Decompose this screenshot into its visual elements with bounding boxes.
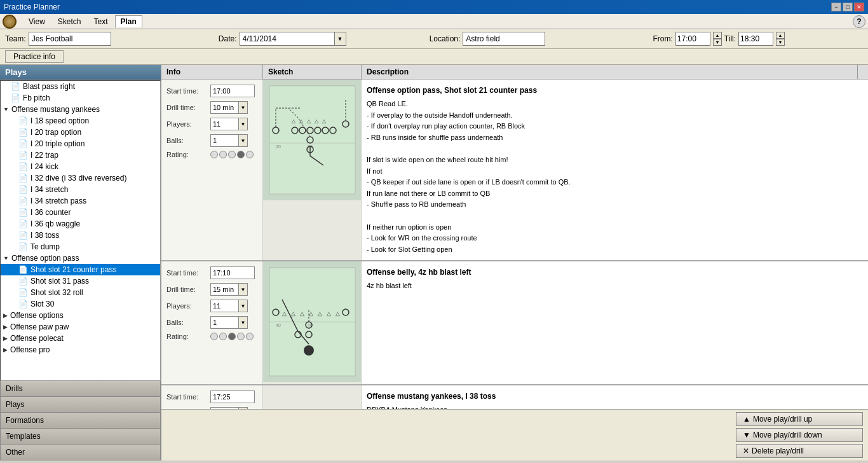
practice-info-button[interactable]: Practice info <box>5 50 64 63</box>
file-icon: 📄 <box>18 139 28 148</box>
start-time-input-1[interactable] <box>210 85 255 97</box>
team-input[interactable] <box>29 32 111 46</box>
till-spinner-down[interactable]: ▼ <box>776 39 785 46</box>
drill-time-dropdown-2[interactable]: ▼ <box>239 283 248 296</box>
menu-text[interactable]: Text <box>88 15 113 28</box>
players-input-1[interactable] <box>210 118 239 130</box>
balls-input-1[interactable] <box>210 134 239 147</box>
drill-time-input-2[interactable] <box>210 283 239 296</box>
file-icon: 📄 <box>18 300 28 308</box>
plays-tree: 📄 Blast pass right 📄 Fb pitch ▼ Offense … <box>0 80 161 381</box>
delete-play-button[interactable]: ✕ Delete play/drill <box>736 444 863 458</box>
balls-dropdown-1[interactable]: ▼ <box>239 134 248 147</box>
maximize-button[interactable]: □ <box>843 3 853 11</box>
svg-text:△: △ <box>322 118 327 124</box>
tree-item-i24-kick[interactable]: 📄 I 24 kick <box>1 161 160 172</box>
tree-item-shot-slot-21[interactable]: 📄 Shot slot 21 counter pass <box>1 264 160 275</box>
plays-section-header[interactable]: Plays <box>0 65 161 80</box>
right-panel: Info Sketch Description Start time: Dril… <box>161 65 868 460</box>
till-time-input[interactable] <box>738 32 773 46</box>
players-field-2: Players: ▼ <box>166 300 257 312</box>
star-1-1[interactable] <box>210 151 218 158</box>
till-spinner-up[interactable]: ▲ <box>776 32 785 39</box>
move-up-button[interactable]: ▲ Move play/drill up <box>736 412 863 426</box>
tree-item-i20-triple[interactable]: 📄 I 20 triple option <box>1 138 160 149</box>
tree-group-offense-pro[interactable]: ▶ Offense pro <box>1 344 160 356</box>
svg-point-37 <box>304 345 314 356</box>
from-time-input[interactable] <box>675 32 710 46</box>
play-sketch-3 <box>263 385 362 409</box>
play-text-2: 4z hb blast left <box>367 280 863 292</box>
players-label-1: Players: <box>166 120 208 128</box>
star-2-4[interactable] <box>237 333 245 340</box>
svg-rect-1 <box>269 86 355 194</box>
tree-item-i36-counter[interactable]: 📄 I 36 counter <box>1 207 160 218</box>
tree-item-shot-slot-32[interactable]: 📄 Shot slot 32 roll <box>1 287 160 298</box>
tree-group-offense-mustang[interactable]: ▼ Offense mustang yankees <box>1 104 160 115</box>
date-input[interactable] <box>240 32 335 46</box>
players-field-1: Players: ▼ <box>166 118 257 130</box>
drill-time-input-1[interactable] <box>210 101 239 114</box>
templates-tab[interactable]: Templates <box>0 429 161 445</box>
star-1-4[interactable] <box>237 151 245 158</box>
formations-tab[interactable]: Formations <box>0 413 161 429</box>
move-down-button[interactable]: ▼ Move play/drill down <box>736 428 863 442</box>
players-dropdown-1[interactable]: ▼ <box>239 118 248 130</box>
tree-item-slot-30[interactable]: 📄 Slot 30 <box>1 298 160 310</box>
star-2-1[interactable] <box>210 333 218 340</box>
svg-text:△: △ <box>300 310 304 317</box>
drill-time-wrap-2: ▼ <box>210 283 248 296</box>
from-spinner-up[interactable]: ▲ <box>713 32 722 39</box>
players-label-2: Players: <box>166 302 208 310</box>
menu-bar: View Sketch Text Plan ? <box>0 14 868 29</box>
drills-tab[interactable]: Drills <box>0 381 161 397</box>
tree-group-offense-option-pass[interactable]: ▼ Offense option pass <box>1 252 160 264</box>
star-2-3[interactable] <box>228 333 236 340</box>
move-up-icon: ▲ <box>743 415 750 424</box>
menu-sketch[interactable]: Sketch <box>52 15 87 28</box>
star-1-5[interactable] <box>246 151 254 158</box>
players-dropdown-2[interactable]: ▼ <box>239 300 248 312</box>
balls-dropdown-2[interactable]: ▼ <box>239 316 248 329</box>
expand-icon: ▶ <box>3 347 8 353</box>
start-time-input-2[interactable] <box>210 266 255 279</box>
start-time-input-3[interactable] <box>210 390 255 403</box>
tree-group-offense-paw-paw[interactable]: ▶ Offense paw paw <box>1 321 160 333</box>
svg-text:△: △ <box>307 118 311 124</box>
help-button[interactable]: ? <box>853 15 865 28</box>
from-spinner-down[interactable]: ▼ <box>713 39 722 46</box>
tree-item-fb-pitch[interactable]: 📄 Fb pitch <box>1 92 160 104</box>
tree-item-i36-qb-waggle[interactable]: 📄 I 36 qb waggle <box>1 218 160 230</box>
svg-text:△: △ <box>292 118 296 124</box>
other-tab[interactable]: Other <box>0 445 161 460</box>
tree-item-te-dump[interactable]: 📄 Te dump <box>1 241 160 252</box>
tree-item-i34-stretch[interactable]: 📄 I 34 stretch <box>1 184 160 195</box>
balls-input-2[interactable] <box>210 316 239 329</box>
tree-item-blast-pass-right[interactable]: 📄 Blast pass right <box>1 81 160 92</box>
minimize-button[interactable]: − <box>831 3 841 11</box>
bottom-bar: ▲ Move play/drill up ▼ Move play/drill d… <box>161 409 868 460</box>
location-input[interactable] <box>463 32 545 46</box>
star-1-2[interactable] <box>219 151 227 158</box>
menu-view[interactable]: View <box>23 15 51 28</box>
tree-item-i34-stretch-pass[interactable]: 📄 I 34 stretch pass <box>1 195 160 207</box>
close-button[interactable]: ✕ <box>854 3 864 11</box>
tree-group-offense-polecat[interactable]: ▶ Offense polecat <box>1 333 160 344</box>
tree-item-i20-trap[interactable]: 📄 I 20 trap option <box>1 127 160 138</box>
players-input-2[interactable] <box>210 300 239 312</box>
tree-group-offense-options[interactable]: ▶ Offense options <box>1 310 160 321</box>
tree-item-i22-trap[interactable]: 📄 I 22 trap <box>1 149 160 161</box>
tree-item-shot-slot-31[interactable]: 📄 Shot slot 31 pass <box>1 275 160 287</box>
date-picker-button[interactable]: ▼ <box>335 32 346 46</box>
plays-tab[interactable]: Plays <box>0 397 161 413</box>
menu-plan[interactable]: Plan <box>115 15 142 28</box>
tree-item-i38-toss[interactable]: 📄 I 38 toss <box>1 230 160 241</box>
tree-item-i32-dive[interactable]: 📄 I 32 dive (i 33 dive reversed) <box>1 172 160 184</box>
players-wrap-2: ▼ <box>210 300 248 312</box>
star-2-2[interactable] <box>219 333 227 340</box>
star-1-3[interactable] <box>228 151 236 158</box>
file-icon: 📄 <box>18 116 28 125</box>
tree-item-i18-speed[interactable]: 📄 I 18 speed option <box>1 115 160 127</box>
star-2-5[interactable] <box>246 333 254 340</box>
drill-time-dropdown-1[interactable]: ▼ <box>239 101 248 114</box>
